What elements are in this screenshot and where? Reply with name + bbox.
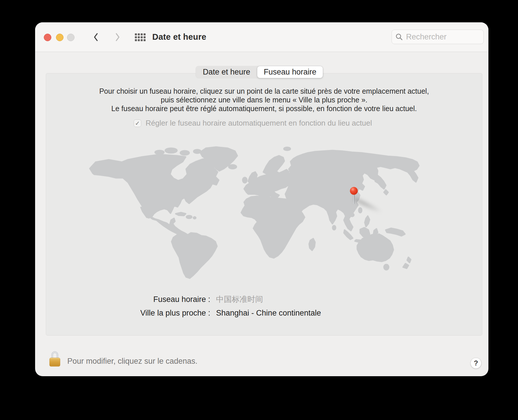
timezone-value: 中国标准时间 bbox=[216, 294, 263, 305]
forward-button[interactable] bbox=[114, 32, 122, 42]
instructions-line-1: Pour choisir un fuseau horaire, cliquez … bbox=[46, 87, 482, 95]
help-button[interactable]: ? bbox=[470, 358, 481, 369]
timezone-row: Fuseau horaire : 中国标准时间 bbox=[59, 294, 263, 304]
tab-date-et-heure[interactable]: Date et heure bbox=[196, 66, 257, 78]
minimize-button[interactable] bbox=[56, 34, 64, 41]
close-button[interactable] bbox=[44, 34, 51, 41]
show-all-grid-icon[interactable] bbox=[135, 33, 146, 41]
search-field[interactable] bbox=[392, 30, 484, 44]
lock-icon[interactable] bbox=[49, 351, 61, 367]
checkmark-icon: ✓ bbox=[135, 120, 140, 126]
auto-timezone-checkbox[interactable]: ✓ bbox=[134, 120, 141, 127]
chevron-right-icon bbox=[115, 33, 120, 41]
auto-timezone-row: ✓ Régler le fuseau horaire automatiqueme… bbox=[134, 119, 372, 127]
instructions-text: Pour choisir un fuseau horaire, cliquez … bbox=[46, 87, 482, 113]
pin-stem bbox=[353, 194, 355, 204]
instructions-line-2: puis sélectionnez une ville dans le menu… bbox=[46, 95, 482, 104]
search-input[interactable] bbox=[405, 32, 480, 42]
chevron-left-icon bbox=[93, 33, 98, 41]
zoom-button[interactable] bbox=[67, 34, 75, 41]
location-pin[interactable] bbox=[349, 187, 358, 205]
instructions-line-3: Le fuseau horaire peut être réglé automa… bbox=[46, 104, 482, 113]
closest-city-value: Shanghai - Chine continentale bbox=[216, 309, 321, 318]
auto-timezone-label: Régler le fuseau horaire automatiquement… bbox=[146, 119, 372, 128]
closest-city-label: Ville la plus proche : bbox=[59, 309, 210, 318]
help-question-icon: ? bbox=[474, 359, 478, 367]
pin-head bbox=[350, 187, 358, 195]
timezone-label: Fuseau horaire : bbox=[59, 295, 210, 304]
lock-hint-text: Pour modifier, cliquez sur le cadenas. bbox=[67, 356, 198, 366]
back-button[interactable] bbox=[92, 32, 99, 42]
closest-city-row: Ville la plus proche : Shanghai - Chine … bbox=[59, 308, 321, 318]
date-time-preferences-window: Date et heure Date et heure Fuseau horai… bbox=[35, 22, 488, 376]
page-title: Date et heure bbox=[152, 22, 206, 52]
tab-bar: Date et heure Fuseau horaire bbox=[196, 66, 323, 78]
title-bar: Date et heure bbox=[35, 22, 488, 52]
tab-fuseau-horaire[interactable]: Fuseau horaire bbox=[257, 66, 323, 78]
search-icon bbox=[395, 33, 403, 41]
